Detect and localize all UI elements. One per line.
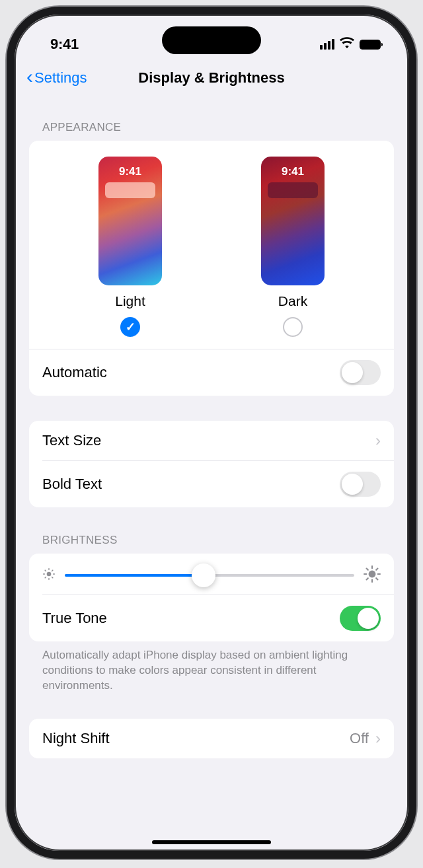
status-icons xyxy=(320,37,381,52)
svg-line-7 xyxy=(45,577,46,578)
brightness-slider[interactable] xyxy=(65,574,354,577)
automatic-toggle[interactable] xyxy=(340,360,381,385)
sun-large-icon xyxy=(364,565,381,585)
bold-text-label: Bold Text xyxy=(42,476,102,493)
svg-line-14 xyxy=(367,569,368,570)
back-button[interactable]: ‹ Settings xyxy=(26,69,87,87)
appearance-card: 9:41 Light 9:41 Dark xyxy=(29,141,394,396)
night-shift-label: Night Shift xyxy=(42,730,110,747)
night-shift-value: Off xyxy=(350,730,369,747)
appearance-option-dark[interactable]: 9:41 Dark xyxy=(261,157,325,337)
brightness-slider-row xyxy=(29,554,394,595)
night-shift-card: Night Shift Off › xyxy=(29,719,394,758)
svg-point-0 xyxy=(47,572,52,577)
svg-line-8 xyxy=(52,570,53,571)
appearance-option-light[interactable]: 9:41 Light xyxy=(98,157,162,337)
sun-small-icon xyxy=(42,567,56,583)
svg-line-6 xyxy=(52,577,53,578)
svg-line-17 xyxy=(376,569,377,570)
bold-text-row: Bold Text xyxy=(29,461,394,507)
chevron-right-icon: › xyxy=(375,431,381,450)
dark-preview: 9:41 xyxy=(261,157,325,285)
content-scroll[interactable]: Appearance 9:41 Light 9:41 xyxy=(15,94,408,832)
text-size-label: Text Size xyxy=(42,432,101,449)
status-time: 9:41 xyxy=(50,36,79,53)
page-title: Display & Brightness xyxy=(138,69,284,87)
dark-label: Dark xyxy=(278,293,307,309)
chevron-right-icon: › xyxy=(375,729,381,748)
automatic-row: Automatic xyxy=(29,349,394,396)
iphone-frame: 9:41 ‹ Settings Display & Brightness App… xyxy=(7,7,416,859)
dark-radio[interactable] xyxy=(283,317,303,337)
text-card: Text Size › Bold Text xyxy=(29,421,394,507)
battery-icon xyxy=(360,40,381,50)
svg-line-15 xyxy=(376,578,377,579)
svg-point-9 xyxy=(369,571,376,578)
true-tone-toggle[interactable] xyxy=(340,606,381,631)
light-label: Light xyxy=(115,293,145,309)
bold-text-toggle[interactable] xyxy=(340,472,381,497)
back-label: Settings xyxy=(34,69,87,87)
chevron-left-icon: ‹ xyxy=(26,67,33,87)
appearance-header: Appearance xyxy=(29,94,394,141)
wifi-icon xyxy=(340,37,354,52)
cellular-signal-icon xyxy=(320,39,334,50)
svg-line-5 xyxy=(45,570,46,571)
night-shift-row[interactable]: Night Shift Off › xyxy=(29,719,394,758)
light-radio[interactable] xyxy=(120,317,140,337)
slider-thumb[interactable] xyxy=(192,563,215,587)
dynamic-island xyxy=(162,26,261,54)
true-tone-footer: Automatically adapt iPhone display based… xyxy=(29,641,394,694)
svg-line-16 xyxy=(367,578,368,579)
text-size-row[interactable]: Text Size › xyxy=(29,421,394,460)
light-preview: 9:41 xyxy=(98,157,162,285)
brightness-header: Brightness xyxy=(29,507,394,554)
navigation-bar: ‹ Settings Display & Brightness xyxy=(15,59,408,94)
true-tone-row: True Tone xyxy=(29,595,394,641)
automatic-label: Automatic xyxy=(42,364,107,381)
home-indicator[interactable] xyxy=(152,840,271,844)
brightness-card: True Tone xyxy=(29,554,394,641)
true-tone-label: True Tone xyxy=(42,610,107,627)
